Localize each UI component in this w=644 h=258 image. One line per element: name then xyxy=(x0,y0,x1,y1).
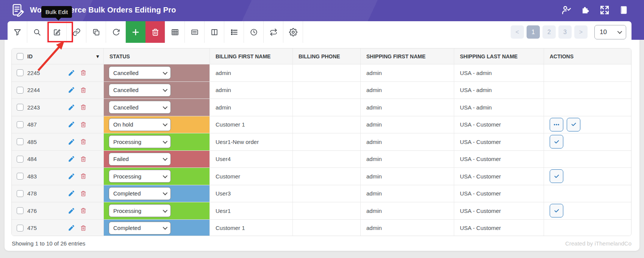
delete-row-icon[interactable] xyxy=(80,121,87,128)
toolbar-list-view-button[interactable] xyxy=(224,21,244,43)
toolbar-history-button[interactable] xyxy=(244,21,264,43)
edit-row-icon[interactable] xyxy=(68,155,75,163)
status-select[interactable]: Processing xyxy=(109,204,171,217)
status-select[interactable]: Failed xyxy=(109,153,171,166)
row-checkbox[interactable] xyxy=(17,225,23,231)
table-header-row: ID ▾STATUSBILLING FIRST NAMEBILLING PHON… xyxy=(12,48,631,64)
edit-row-icon[interactable] xyxy=(68,138,75,145)
header-cell-billing-phone: BILLING PHONE xyxy=(292,48,360,64)
status-select[interactable]: Completed xyxy=(109,187,171,200)
cell-billing-phone xyxy=(292,220,360,236)
row-checkbox[interactable] xyxy=(17,104,23,111)
chevron-down-icon xyxy=(163,225,168,230)
cell-actions xyxy=(544,185,631,202)
delete-row-icon[interactable] xyxy=(80,104,87,111)
toolbar-search-button[interactable] xyxy=(27,21,47,43)
status-select[interactable]: Cancelled xyxy=(109,66,171,79)
edit-row-icon[interactable] xyxy=(68,86,75,94)
row-checkbox[interactable] xyxy=(17,207,23,214)
status-select[interactable]: Processing xyxy=(109,170,171,183)
toolbar-add-new-button[interactable] xyxy=(126,21,145,43)
cell-shipping-first-name: admin xyxy=(360,82,454,99)
toolbar-duplicate-button[interactable] xyxy=(86,21,106,43)
cell-shipping-first-name: admin xyxy=(360,168,454,185)
pagination-next-button[interactable]: > xyxy=(574,25,588,39)
cell-id: 2245 xyxy=(12,64,103,81)
delete-row-icon[interactable] xyxy=(80,190,87,197)
table-row: 2243 Cancelled adminadminUSA - admin xyxy=(12,99,631,116)
columns-icon xyxy=(210,28,219,36)
row-checkbox[interactable] xyxy=(17,190,23,197)
page-size-select[interactable]: 10 xyxy=(594,25,626,39)
cell-id: 485 xyxy=(12,133,103,150)
more-actions-button[interactable] xyxy=(550,118,563,131)
edit-row-icon[interactable] xyxy=(68,224,75,231)
select-all-checkbox[interactable] xyxy=(17,53,23,60)
status-value: Completed xyxy=(113,190,141,197)
edit-row-icon[interactable] xyxy=(68,69,75,77)
row-checkbox[interactable] xyxy=(17,121,23,128)
row-checkbox[interactable] xyxy=(17,87,23,94)
edit-row-icon[interactable] xyxy=(68,104,75,111)
pagination-page-2[interactable]: 2 xyxy=(542,25,556,39)
confirm-button[interactable] xyxy=(567,118,580,131)
pagination-prev-button[interactable]: < xyxy=(511,25,524,39)
pagination-page-1[interactable]: 1 xyxy=(527,25,540,39)
toolbar-columns-button[interactable] xyxy=(205,21,224,43)
pagination-page-3[interactable]: 3 xyxy=(558,25,572,39)
toolbar-bind-button[interactable] xyxy=(67,21,86,43)
delete-row-icon[interactable] xyxy=(80,138,87,145)
cell-shipping-first-name: admin xyxy=(360,133,454,150)
toolbar-inline-edit-button[interactable] xyxy=(185,21,205,43)
cell-actions xyxy=(544,99,631,116)
table-row: 484 Failed User4adminUSA - Customer xyxy=(12,150,631,168)
confirm-button[interactable] xyxy=(550,135,563,149)
confirm-button[interactable] xyxy=(550,169,563,183)
cell-id: 487 xyxy=(12,116,103,133)
status-select[interactable]: Processing xyxy=(109,135,171,148)
edit-row-icon[interactable] xyxy=(68,190,75,197)
delete-row-icon[interactable] xyxy=(80,225,87,231)
puzzle-icon[interactable] xyxy=(581,5,591,15)
toolbar-settings-button[interactable] xyxy=(283,21,303,43)
delete-row-icon[interactable] xyxy=(80,173,87,180)
row-checkbox[interactable] xyxy=(17,69,23,76)
row-checkbox[interactable] xyxy=(17,156,23,163)
toolbar-table-view-button[interactable] xyxy=(165,21,185,43)
edit-row-icon[interactable] xyxy=(68,121,75,128)
sort-desc-icon[interactable]: ▾ xyxy=(96,53,99,59)
delete-row-icon[interactable] xyxy=(80,156,87,163)
cell-actions xyxy=(544,64,631,81)
delete-row-icon[interactable] xyxy=(80,207,87,214)
cell-actions xyxy=(544,116,631,133)
table-row: 487 On hold Customer 1adminUSA - Custome… xyxy=(12,116,631,133)
toolbar-transfer-button[interactable] xyxy=(264,21,283,43)
status-select[interactable]: Cancelled xyxy=(109,84,171,97)
fullscreen-icon[interactable] xyxy=(600,5,610,15)
cell-shipping-first-name: admin xyxy=(360,151,454,168)
toolbar-filter-button[interactable] xyxy=(8,21,27,43)
cell-billing-first-name: User4 xyxy=(209,151,292,168)
user-check-icon[interactable] xyxy=(562,5,572,15)
confirm-button[interactable] xyxy=(550,204,563,217)
edit-row-icon[interactable] xyxy=(68,173,75,180)
row-checkbox[interactable] xyxy=(17,138,23,145)
toolbar-bulk-edit-button[interactable] xyxy=(47,21,67,43)
toolbar-refresh-button[interactable] xyxy=(106,21,126,43)
cell-billing-phone xyxy=(292,151,360,168)
status-select[interactable]: On hold xyxy=(109,118,171,131)
delete-row-icon[interactable] xyxy=(80,87,87,94)
toolbar-spacer xyxy=(303,21,511,43)
edit-row-icon[interactable] xyxy=(68,207,75,214)
header-cell-actions: ACTIONS xyxy=(544,48,631,64)
status-select[interactable]: Completed xyxy=(109,222,171,235)
toolbar-delete-button[interactable] xyxy=(145,21,165,43)
delete-row-icon[interactable] xyxy=(80,69,87,76)
cell-id: 476 xyxy=(12,202,103,219)
header-cell-billing-first-name: BILLING FIRST NAME xyxy=(209,48,292,64)
check-icon xyxy=(554,208,560,214)
status-select[interactable]: Cancelled xyxy=(109,101,171,114)
filter-icon xyxy=(13,28,22,36)
row-checkbox[interactable] xyxy=(17,173,23,180)
docs-icon[interactable] xyxy=(619,5,628,15)
